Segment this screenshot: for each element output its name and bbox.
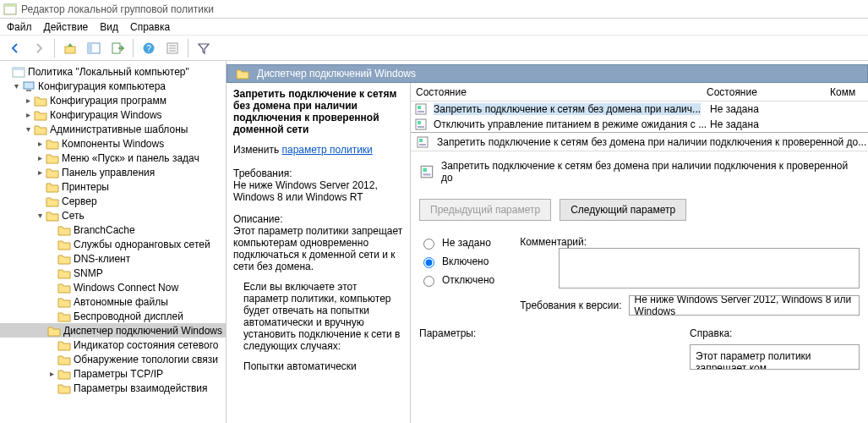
description-text-2: Если вы включаете этот параметр политики… xyxy=(233,281,403,352)
forward-button[interactable] xyxy=(29,38,49,58)
list-item-state: Не задана xyxy=(710,103,833,115)
svg-rect-15 xyxy=(26,90,31,91)
category-title: Диспетчер подключений Windows xyxy=(257,68,416,80)
col-header-comment[interactable]: Комм xyxy=(830,86,868,98)
requirements-label: Требования: xyxy=(233,168,403,179)
folder-icon xyxy=(57,238,71,251)
folder-icon xyxy=(57,223,71,237)
col-header-state[interactable]: Состояние xyxy=(707,86,830,98)
folder-icon xyxy=(57,310,71,323)
tree-node[interactable]: Службы одноранговых сетей xyxy=(74,239,210,250)
edit-policy-link[interactable]: параметр политики xyxy=(281,144,372,156)
computer-icon xyxy=(22,80,35,93)
svg-rect-4 xyxy=(88,43,92,53)
folder-icon xyxy=(34,123,47,136)
col-header-setting[interactable]: Состояние xyxy=(411,86,707,98)
chevron-down-icon[interactable]: ▾ xyxy=(22,124,34,134)
settings-list-header[interactable]: Состояние Состояние Комм xyxy=(411,83,868,102)
tree-node[interactable]: Windows Connect Now xyxy=(74,282,178,294)
tree-node[interactable]: SNMP xyxy=(74,267,103,279)
tree-node[interactable]: Конфигурация Windows xyxy=(50,109,162,121)
window-title: Редактор локальной групповой политики xyxy=(21,3,214,15)
tree-node[interactable]: Меню «Пуск» и панель задач xyxy=(62,152,199,164)
tree-node[interactable]: Автономные файлы xyxy=(74,296,168,308)
help-text: Этот параметр политики запрещает ком xyxy=(690,344,860,370)
chevron-right-icon[interactable]: ▸ xyxy=(22,96,34,105)
toolbar-separator xyxy=(54,39,55,58)
policy-tree[interactable]: Политика "Локальный компьютер" ▾ Конфигу… xyxy=(0,64,226,395)
list-item-state: Не задана xyxy=(710,118,833,130)
tree-root[interactable]: Политика "Локальный компьютер" xyxy=(28,66,189,78)
svg-rect-30 xyxy=(423,173,430,175)
folder-icon xyxy=(57,353,71,366)
up-button[interactable] xyxy=(60,38,80,58)
tree-node[interactable]: Конфигурация компьютера xyxy=(38,80,166,92)
export-button[interactable] xyxy=(107,38,128,58)
tree-node[interactable]: Административные шаблоны xyxy=(50,124,188,135)
tree-node[interactable]: Сеть xyxy=(62,210,85,222)
toolbar: ? xyxy=(0,36,868,61)
next-setting-button[interactable]: Следующий параметр xyxy=(560,199,686,221)
folder-icon xyxy=(46,180,59,194)
show-hide-tree-button[interactable] xyxy=(84,38,104,58)
prev-setting-button: Предыдущий параметр xyxy=(419,199,551,221)
setting-icon xyxy=(416,135,429,149)
setting-title: Запретить подключение к сетям без домена… xyxy=(233,88,403,135)
tree-node[interactable]: Параметры TCP/IP xyxy=(74,368,163,380)
folder-icon xyxy=(47,324,61,338)
chevron-right-icon[interactable]: ▸ xyxy=(22,110,34,119)
app-icon xyxy=(3,3,17,16)
tree-node[interactable]: Индикатор состояния сетевого xyxy=(74,339,218,351)
tree-node[interactable]: Сервер xyxy=(62,195,97,207)
tree-node[interactable]: DNS-клиент xyxy=(74,253,130,265)
properties-button[interactable] xyxy=(162,38,183,58)
folder-icon xyxy=(34,108,47,122)
version-req-value: Не ниже Windows Server 2012, Windows 8 и… xyxy=(629,295,860,316)
tree-node-selected[interactable]: Диспетчер подключений Windows xyxy=(63,325,222,337)
folder-icon xyxy=(236,67,249,80)
svg-rect-17 xyxy=(418,106,421,109)
chevron-right-icon[interactable]: ▸ xyxy=(34,139,46,148)
description-text-3: Попытки автоматически xyxy=(233,360,403,372)
chevron-down-icon[interactable]: ▾ xyxy=(10,81,22,91)
tree-node[interactable]: Компоненты Windows xyxy=(62,138,164,150)
help-button[interactable]: ? xyxy=(139,38,159,58)
chevron-right-icon[interactable]: ▸ xyxy=(34,168,46,177)
tree-node[interactable]: BranchCache xyxy=(74,224,135,236)
policy-setting-dialog: Запретить подключение к сетям без домена… xyxy=(411,132,868,423)
tree-node[interactable]: Принтеры xyxy=(62,181,109,193)
radio-enabled[interactable]: Включено xyxy=(419,255,494,268)
comment-label: Комментарий: xyxy=(520,236,860,248)
list-item-name: Запретить подключение к сетям без домена… xyxy=(434,103,701,115)
back-button[interactable] xyxy=(5,38,25,58)
folder-icon xyxy=(57,382,71,395)
list-item[interactable]: Отключить управление питанием в режиме о… xyxy=(411,117,868,132)
folder-icon xyxy=(57,266,71,280)
chevron-right-icon[interactable]: ▸ xyxy=(46,369,57,378)
menu-file[interactable]: Файл xyxy=(7,21,32,33)
menu-action[interactable]: Действие xyxy=(44,21,89,33)
folder-icon xyxy=(46,137,59,151)
radio-disabled[interactable]: Отключено xyxy=(419,273,494,287)
list-item[interactable]: Запретить подключение к сетям без домена… xyxy=(411,102,868,117)
menu-help[interactable]: Справка xyxy=(130,21,170,33)
setting-icon xyxy=(414,102,428,116)
svg-rect-18 xyxy=(418,111,424,113)
tree-node[interactable]: Параметры взаимодействия xyxy=(74,382,208,394)
tree-node[interactable]: Конфигурация программ xyxy=(50,95,167,107)
svg-rect-1 xyxy=(4,4,16,7)
filter-button[interactable] xyxy=(194,38,214,58)
chevron-right-icon[interactable]: ▸ xyxy=(34,153,46,162)
tree-node[interactable]: Обнаружение топологии связи xyxy=(74,354,218,365)
category-header: Диспетчер подключений Windows xyxy=(227,64,868,83)
description-label: Описание: xyxy=(233,213,403,225)
tree-node[interactable]: Панель управления xyxy=(62,167,155,179)
radio-notset[interactable]: Не задано xyxy=(419,236,494,250)
tree-node[interactable]: Беспроводной дисплей xyxy=(74,310,183,322)
menu-view[interactable]: Вид xyxy=(100,21,118,33)
svg-rect-2 xyxy=(65,47,75,53)
comment-textarea[interactable] xyxy=(559,248,860,288)
chevron-down-icon[interactable]: ▾ xyxy=(34,211,46,220)
svg-rect-27 xyxy=(419,144,426,146)
requirements-text: Не ниже Windows Server 2012, Windows 8 и… xyxy=(233,179,403,203)
